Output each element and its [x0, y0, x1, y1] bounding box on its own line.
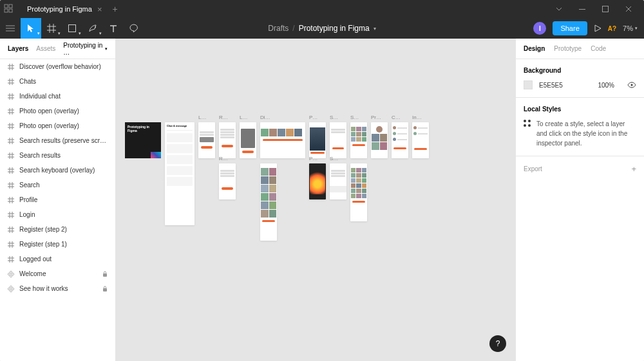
- shape-tool[interactable]: ▾: [62, 18, 82, 39]
- page-selector[interactable]: Prototyping in … ▾: [63, 42, 108, 56]
- canvas-frame[interactable]: R…: [219, 122, 236, 158]
- breadcrumb-folder[interactable]: Drafts: [268, 24, 289, 33]
- tab-prototype[interactable]: Prototype: [554, 45, 582, 52]
- styles-hint-text: To create a style, select a layer and cl…: [536, 119, 636, 148]
- hamburger-menu-icon[interactable]: [0, 18, 21, 39]
- move-tool[interactable]: ▾: [21, 18, 41, 39]
- canvas-frame[interactable]: C…: [392, 122, 408, 158]
- canvas-frame[interactable]: Di…: [260, 122, 305, 158]
- section-title: Background: [524, 67, 636, 74]
- missing-fonts-icon[interactable]: A?: [608, 25, 616, 32]
- canvas-frame[interactable]: [260, 163, 277, 241]
- cover-frame[interactable]: Prototyping in Figma: [125, 122, 161, 158]
- help-button[interactable]: ?: [489, 335, 506, 352]
- layer-row[interactable]: Photo open (overlay): [0, 118, 115, 133]
- layer-row[interactable]: Individual chat: [0, 89, 115, 104]
- layer-row[interactable]: Chats: [0, 74, 115, 89]
- present-icon[interactable]: [594, 24, 601, 32]
- layer-row[interactable]: Welcome: [0, 266, 115, 281]
- layer-name: Welcome: [19, 270, 97, 277]
- layer-name: Logged out: [19, 255, 108, 263]
- layer-row[interactable]: Discover (overflow behavior): [0, 59, 115, 74]
- pen-tool[interactable]: ▾: [82, 18, 103, 39]
- minimize-button[interactable]: [571, 0, 594, 18]
- canvas-frame[interactable]: S…: [330, 122, 346, 158]
- lock-icon[interactable]: [102, 271, 108, 277]
- layer-name: Chats: [19, 78, 108, 85]
- frame-icon: [8, 93, 14, 100]
- layer-name: Register (step 2): [19, 226, 108, 233]
- tab-layers[interactable]: Layers: [8, 45, 28, 52]
- svg-rect-0: [5, 5, 8, 8]
- chevron-down-icon[interactable]: ▾: [374, 26, 376, 32]
- canvas-frame[interactable]: Chat & message: [165, 122, 194, 225]
- figma-menu-icon[interactable]: [4, 4, 14, 14]
- text-tool[interactable]: [103, 18, 124, 39]
- canvas-frame[interactable]: R…: [219, 163, 236, 199]
- title-bar: Prototyping in Figma × +: [0, 0, 644, 18]
- layer-row[interactable]: Search results: [0, 148, 115, 163]
- frame-icon: [8, 241, 14, 248]
- frame-tool[interactable]: ▾: [41, 18, 62, 39]
- component-icon: [8, 286, 14, 292]
- frame-icon: [8, 197, 14, 203]
- layer-name: Search results (preserve scroll po…: [19, 137, 108, 144]
- user-avatar[interactable]: I: [533, 22, 546, 35]
- figma-app: Prototyping in Figma × + ▾ ▾ ▾ ▾: [0, 0, 644, 361]
- add-export-button[interactable]: +: [631, 164, 636, 174]
- svg-rect-1: [9, 5, 12, 8]
- canvas-frame[interactable]: P…: [309, 122, 326, 158]
- canvas-frame[interactable]: S…: [350, 122, 367, 158]
- comment-tool[interactable]: [124, 18, 144, 39]
- opacity-input[interactable]: 100%: [598, 82, 614, 89]
- styles-icon: [524, 120, 531, 127]
- share-button[interactable]: Share: [553, 21, 587, 35]
- close-tab-icon[interactable]: ×: [97, 5, 102, 14]
- chevron-down-icon: ▾: [105, 46, 108, 51]
- layer-row[interactable]: Login: [0, 207, 115, 222]
- layer-row[interactable]: Register (step 2): [0, 222, 115, 237]
- maximize-button[interactable]: [594, 0, 617, 18]
- visibility-toggle-icon[interactable]: [627, 82, 636, 88]
- component-icon: [8, 271, 14, 277]
- file-tab-label: Prototyping in Figma: [27, 5, 92, 13]
- canvas[interactable]: Prototyping in Figma Chat & message L… R…: [116, 39, 515, 361]
- svg-rect-2: [5, 9, 8, 12]
- layer-row[interactable]: See how it works: [0, 281, 115, 296]
- canvas-frame[interactable]: S…: [330, 163, 346, 199]
- layer-row[interactable]: Search keyboard (overlay): [0, 163, 115, 178]
- layer-row[interactable]: Register (step 1): [0, 237, 115, 252]
- canvas-frame[interactable]: [350, 163, 367, 221]
- file-tab[interactable]: Prototyping in Figma ×: [22, 5, 107, 14]
- layer-name: Photo open (overlay): [19, 122, 108, 129]
- canvas-frame[interactable]: L…: [240, 122, 256, 158]
- canvas-frame[interactable]: Pr…: [371, 122, 388, 158]
- close-button[interactable]: [617, 0, 640, 18]
- tab-code[interactable]: Code: [591, 45, 606, 52]
- layer-row[interactable]: Profile: [0, 192, 115, 207]
- layer-row[interactable]: Photo open (overlay): [0, 104, 115, 118]
- layer-row[interactable]: Search: [0, 178, 115, 192]
- tab-assets[interactable]: Assets: [36, 45, 55, 52]
- frame-icon: [8, 108, 14, 115]
- layer-name: Discover (overflow behavior): [19, 63, 108, 70]
- canvas-frame[interactable]: In…: [412, 122, 429, 158]
- canvas-frame[interactable]: L…: [198, 122, 215, 158]
- tab-design[interactable]: Design: [524, 45, 545, 52]
- lock-icon[interactable]: [102, 286, 108, 292]
- new-tab-button[interactable]: +: [112, 4, 117, 14]
- svg-rect-8: [103, 288, 107, 292]
- breadcrumb[interactable]: Drafts / Prototyping in Figma ▾: [268, 24, 375, 33]
- layer-row[interactable]: Logged out: [0, 252, 115, 266]
- canvas-frame[interactable]: P…: [309, 163, 326, 199]
- color-swatch[interactable]: [524, 80, 533, 89]
- zoom-value: 7%: [623, 24, 633, 32]
- layer-name: Search keyboard (overlay): [19, 167, 108, 174]
- breadcrumb-file[interactable]: Prototyping in Figma: [299, 24, 370, 33]
- layer-row[interactable]: Search results (preserve scroll po…: [0, 133, 115, 148]
- color-hex-input[interactable]: E5E5E5: [539, 82, 591, 89]
- chevron-down-icon[interactable]: [547, 0, 571, 18]
- zoom-selector[interactable]: 7% ▾: [623, 24, 638, 32]
- layers-list[interactable]: Discover (overflow behavior)ChatsIndivid…: [0, 59, 115, 361]
- frame-icon: [8, 182, 14, 189]
